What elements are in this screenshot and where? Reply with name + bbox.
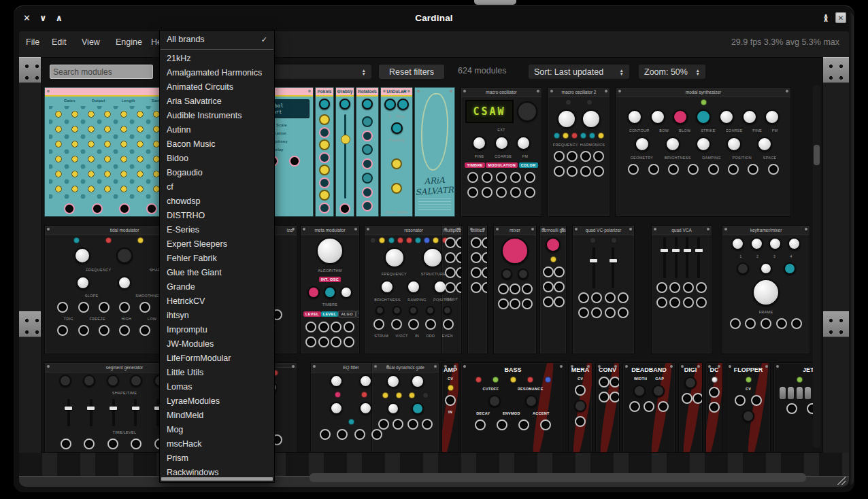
- brand-menu-item-selected[interactable]: All brands ✓: [160, 33, 274, 47]
- brand-menu-item[interactable]: Prism: [160, 451, 274, 466]
- jack-port: [99, 325, 110, 336]
- jack-port: [807, 403, 813, 414]
- led-dot: [388, 237, 395, 243]
- brand-menu-item[interactable]: DISTRHO: [160, 209, 274, 223]
- brand-menu-item[interactable]: Grande: [160, 280, 274, 294]
- module-preview[interactable]: quad VC-polarizer: [572, 225, 635, 354]
- brand-menu-item[interactable]: ihtsyn: [160, 309, 274, 323]
- module-preview[interactable]: JETTE: [773, 362, 813, 452]
- module-preview[interactable]: macro oscillatorCSAWEXTFINECOARSEFMTIMBR…: [461, 87, 542, 217]
- brand-menu-item[interactable]: Audible Instruments: [160, 109, 274, 123]
- module-preview[interactable]: Rotatoes: [356, 87, 379, 217]
- module-preview[interactable]: UnDuLaRXStepPaddingZoomAlpha: [380, 87, 413, 217]
- led-dot: [379, 237, 385, 243]
- brand-menu-item[interactable]: E-Series: [160, 223, 274, 237]
- app-badge-icon[interactable]: ✕: [835, 12, 846, 23]
- brand-menu-item[interactable]: Lomas: [160, 380, 274, 394]
- brand-menu-item[interactable]: Autinn: [160, 123, 274, 137]
- brand-menu-item[interactable]: 21kHz: [160, 52, 274, 66]
- knob: [359, 402, 372, 415]
- module-preview[interactable]: MERACV: [568, 362, 592, 452]
- jack-port: [99, 302, 110, 313]
- knob: [411, 375, 424, 388]
- jack-port: [658, 401, 669, 412]
- brand-menu-item[interactable]: Glue the Giant: [160, 266, 274, 280]
- jack-port: [78, 325, 89, 336]
- brand-menu-item[interactable]: chowdsp: [160, 194, 274, 209]
- jack-port: [610, 377, 620, 388]
- brand-menu-item[interactable]: JW-Modules: [160, 337, 274, 351]
- jack-port: [656, 282, 667, 293]
- brand-menu-item[interactable]: Aria Salvatrice: [160, 94, 274, 109]
- brand-menu-item[interactable]: Little Utils: [160, 366, 274, 380]
- module-preview[interactable]: quad VCA: [651, 225, 712, 354]
- module-preview[interactable]: modal synthesizerCONTOURBOWBLOWSTRIKECOA…: [616, 87, 791, 217]
- module-preview[interactable]: CONV: [595, 362, 620, 452]
- jack-port: [482, 187, 493, 198]
- jack-port: [696, 297, 707, 308]
- module-preview[interactable]: meta modulatorALGORITHMINT. OSCTIMBRELEV…: [300, 225, 360, 354]
- module-preview[interactable]: mixer: [493, 225, 537, 354]
- brand-menu-item[interactable]: Bidoo: [160, 152, 274, 166]
- module-preview[interactable]: FLOPPERCV: [726, 362, 771, 452]
- brand-menu-item[interactable]: Fehler Fabrik: [160, 252, 274, 266]
- module-preview[interactable]: utilities: [467, 225, 488, 354]
- knob: [627, 109, 642, 124]
- horizontal-scrollbar-handle[interactable]: [310, 473, 806, 482]
- jack-port: [751, 395, 762, 406]
- led-dot: [545, 377, 551, 383]
- menu-view[interactable]: View: [82, 35, 100, 50]
- module-preview[interactable]: AMPCVIN: [441, 362, 459, 452]
- panel-badge: COLOR: [519, 162, 538, 168]
- brand-menu-item[interactable]: Bogaudio: [160, 166, 274, 180]
- menu-scrollbar-handle[interactable]: [161, 477, 273, 481]
- brand-menu-item[interactable]: LyraeModules: [160, 394, 274, 409]
- menu-edit[interactable]: Edit: [52, 35, 67, 50]
- module-preview[interactable]: DC: [705, 362, 723, 452]
- knob: [518, 269, 529, 279]
- vertical-scrollbar[interactable]: [813, 85, 820, 448]
- knob: [752, 279, 780, 306]
- module-preview[interactable]: Pokies: [315, 87, 334, 217]
- brand-menu-item[interactable]: cf: [160, 180, 274, 194]
- brand-menu-item[interactable]: Mog: [160, 423, 274, 437]
- jack-port: [471, 252, 482, 263]
- brand-menu-item[interactable]: HetrickCV: [160, 294, 274, 309]
- brand-menu-item[interactable]: LifeFormModular: [160, 351, 274, 366]
- module-preview[interactable]: bernoulli gate: [539, 225, 567, 354]
- module-preview[interactable]: macro oscillator 2FREQUENCYHARMONICS: [548, 87, 610, 217]
- knob: [330, 402, 343, 415]
- jack-port: [354, 429, 365, 440]
- menu-engine[interactable]: Engine: [116, 35, 142, 50]
- knob: [387, 402, 399, 415]
- jack-port: [628, 164, 639, 175]
- brand-menu-item[interactable]: Expert Sleepers: [160, 237, 274, 252]
- jack-port: [146, 203, 157, 214]
- module-preview[interactable]: keyframer/mixer1234FRAME: [722, 225, 810, 354]
- panel-dot: [319, 203, 330, 213]
- brand-menu-item[interactable]: Animated Circuits: [160, 80, 274, 94]
- slider-cap: [797, 387, 803, 399]
- jack-port: [425, 319, 436, 330]
- panel-dot: [319, 114, 330, 125]
- brand-menu-item[interactable]: Bacon Music: [160, 137, 274, 152]
- jack-port: [445, 267, 456, 278]
- collapse-icon[interactable]: ∧ ∧: [823, 14, 829, 21]
- brand-menu-item[interactable]: MindMeld: [160, 409, 274, 423]
- jack-port: [554, 281, 565, 292]
- brand-menu-item[interactable]: Impromptu: [160, 323, 274, 337]
- menu-file[interactable]: File: [26, 35, 39, 50]
- module-preview[interactable]: Grabby: [335, 87, 354, 217]
- knob: [83, 375, 95, 387]
- module-preview[interactable]: BASSCUTOFFRESONANCEDECAYENVMODACCENT: [461, 362, 565, 452]
- brand-menu-item[interactable]: Amalgamated Harmonics: [160, 66, 274, 80]
- module-preview[interactable]: DEADBANDWIDTHGAP: [622, 362, 675, 452]
- jack-port: [567, 151, 578, 162]
- led-dot: [598, 133, 604, 139]
- brand-menu-item[interactable]: mscHack: [160, 437, 274, 451]
- module-preview[interactable]: DIGI: [678, 362, 703, 452]
- module-preview[interactable]: ARiASALVATRiCE: [414, 87, 455, 217]
- knob: [76, 276, 90, 290]
- vertical-scrollbar-handle[interactable]: [814, 145, 820, 165]
- knob: [359, 375, 372, 388]
